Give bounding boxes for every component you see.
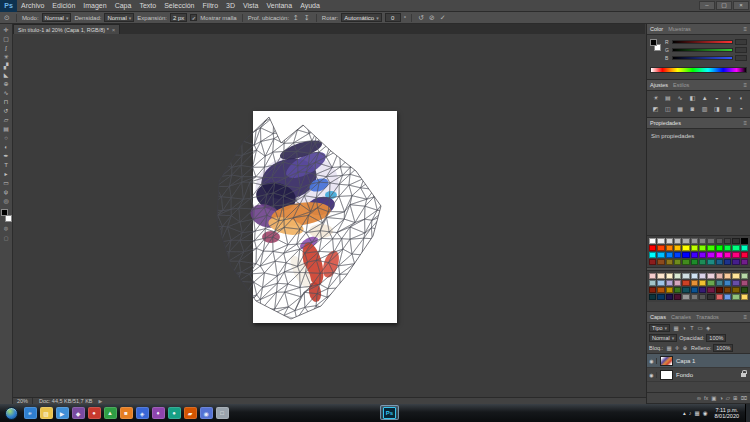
swatch[interactable] — [707, 245, 714, 251]
swatch[interactable] — [699, 294, 706, 300]
color-ramp[interactable] — [650, 67, 747, 73]
swatch[interactable] — [657, 238, 664, 244]
swatch[interactable] — [691, 259, 698, 265]
adjustment-color-lookup[interactable]: ▦ — [675, 104, 686, 114]
taskbar-app-10[interactable]: ● — [168, 407, 181, 419]
swatch[interactable] — [682, 259, 689, 265]
menu-archivo[interactable]: Archivo — [17, 2, 48, 9]
swatch[interactable] — [691, 238, 698, 244]
taskbar-app-7[interactable]: ■ — [120, 407, 133, 419]
swatch[interactable] — [732, 273, 739, 279]
swatch[interactable] — [732, 280, 739, 286]
background-color-swatch[interactable] — [5, 215, 12, 222]
adjustment-threshold[interactable]: ◨ — [711, 104, 722, 114]
tool-eyedropper[interactable]: ◣ — [1, 71, 12, 80]
swatch[interactable] — [666, 287, 673, 293]
lock-icon-3[interactable]: ⊕ — [681, 345, 689, 351]
swatch[interactable] — [699, 273, 706, 279]
taskbar-explorer[interactable]: ▨ — [40, 407, 53, 419]
swatch[interactable] — [674, 287, 681, 293]
tool-crop[interactable]: ▞ — [1, 62, 12, 71]
swatch[interactable] — [691, 294, 698, 300]
tray-icon-2[interactable]: ♪ — [689, 410, 692, 416]
document-canvas[interactable] — [253, 111, 397, 323]
swatch[interactable] — [741, 245, 748, 251]
link-layers[interactable]: ∞ — [697, 395, 701, 401]
menu-capa[interactable]: Capa — [111, 2, 136, 9]
visibility-eye-icon[interactable]: ◉ — [647, 358, 657, 364]
filter-adjustment-layers[interactable]: ◑ — [680, 325, 688, 331]
swatch[interactable] — [707, 259, 714, 265]
swatch[interactable] — [707, 238, 714, 244]
blend-mode-select[interactable]: Normal ▾ — [649, 334, 677, 342]
tab-canales[interactable]: Canales — [671, 314, 691, 320]
tool-brush[interactable]: ∿ — [1, 89, 12, 98]
lock-icon-1[interactable]: ▦ — [665, 345, 673, 351]
swatch[interactable] — [657, 287, 664, 293]
swatch[interactable] — [674, 294, 681, 300]
swatch[interactable] — [716, 280, 723, 286]
swatch[interactable] — [732, 245, 739, 251]
canvas-area[interactable] — [13, 34, 646, 397]
swatch[interactable] — [691, 252, 698, 258]
swatch[interactable] — [741, 259, 748, 265]
adjustment-gradient-map[interactable]: ▧ — [724, 104, 735, 114]
swatch[interactable] — [724, 287, 731, 293]
layer-row-capa-1[interactable]: ◉Capa 1 — [647, 354, 750, 368]
tab-propiedades[interactable]: Propiedades — [650, 120, 681, 126]
add-layer-mask[interactable]: ▣ — [711, 395, 716, 401]
swatch[interactable] — [666, 273, 673, 279]
new-adjustment-layer[interactable]: ◑ — [719, 395, 722, 401]
swatch[interactable] — [724, 252, 731, 258]
tool-blur[interactable]: ○ — [1, 134, 12, 143]
swatch[interactable] — [716, 245, 723, 251]
density-select[interactable]: Normal ▾ — [104, 13, 134, 22]
swatch[interactable] — [741, 294, 748, 300]
swatch[interactable] — [682, 245, 689, 251]
channel-slider[interactable] — [672, 48, 733, 52]
show-mesh-checkbox[interactable]: ✓ — [190, 14, 197, 21]
new-layer[interactable]: ⊞ — [733, 395, 738, 401]
swatch[interactable] — [724, 245, 731, 251]
swatch[interactable] — [649, 280, 656, 286]
foreground-color-swatch[interactable] — [1, 209, 8, 216]
expansion-input[interactable]: 2 px — [170, 13, 187, 22]
minimize-button[interactable]: – — [699, 1, 715, 10]
panel-menu-icon[interactable]: ≡ — [743, 314, 750, 320]
layer-filter-select[interactable]: Tipo ▾ — [649, 324, 670, 332]
swatch[interactable] — [666, 294, 673, 300]
swatch[interactable] — [716, 273, 723, 279]
tab-ajustes[interactable]: Ajustes — [650, 82, 668, 88]
swatch[interactable] — [699, 280, 706, 286]
swatch[interactable] — [649, 294, 656, 300]
menu-3d[interactable]: 3D — [222, 2, 239, 9]
swatch[interactable] — [741, 252, 748, 258]
tool-move[interactable]: ✛ — [1, 26, 12, 35]
swatch[interactable] — [666, 280, 673, 286]
tool-clone-stamp[interactable]: ⊓ — [1, 98, 12, 107]
adjustment-exposure[interactable]: ◧ — [687, 93, 698, 103]
swatch[interactable] — [682, 294, 689, 300]
quick-mask-button[interactable]: ◍ — [1, 224, 12, 232]
tool-quick-selection[interactable]: ✳ — [1, 53, 12, 62]
swatch[interactable] — [732, 259, 739, 265]
menu-filtro[interactable]: Filtro — [199, 2, 223, 9]
swatch[interactable] — [707, 294, 714, 300]
swatch[interactable] — [674, 252, 681, 258]
swatch[interactable] — [699, 245, 706, 251]
swatch[interactable] — [649, 238, 656, 244]
taskbar-media-player[interactable]: ▶ — [56, 407, 69, 419]
filter-type-layers[interactable]: T — [688, 325, 696, 331]
swatch[interactable] — [691, 245, 698, 251]
tool-zoom[interactable]: ◎ — [1, 197, 12, 206]
swatch[interactable] — [657, 294, 664, 300]
channel-value[interactable] — [735, 39, 747, 45]
panel-menu-icon[interactable]: ≡ — [743, 82, 750, 88]
swatch[interactable] — [724, 294, 731, 300]
tab-color[interactable]: Color — [650, 26, 663, 32]
menu-texto[interactable]: Texto — [135, 2, 160, 9]
tool-marquee[interactable]: ▢ — [1, 35, 12, 44]
adjustment-posterize[interactable]: ▥ — [699, 104, 710, 114]
swatch[interactable] — [691, 273, 698, 279]
tab-estilos[interactable]: Estilos — [673, 82, 689, 88]
